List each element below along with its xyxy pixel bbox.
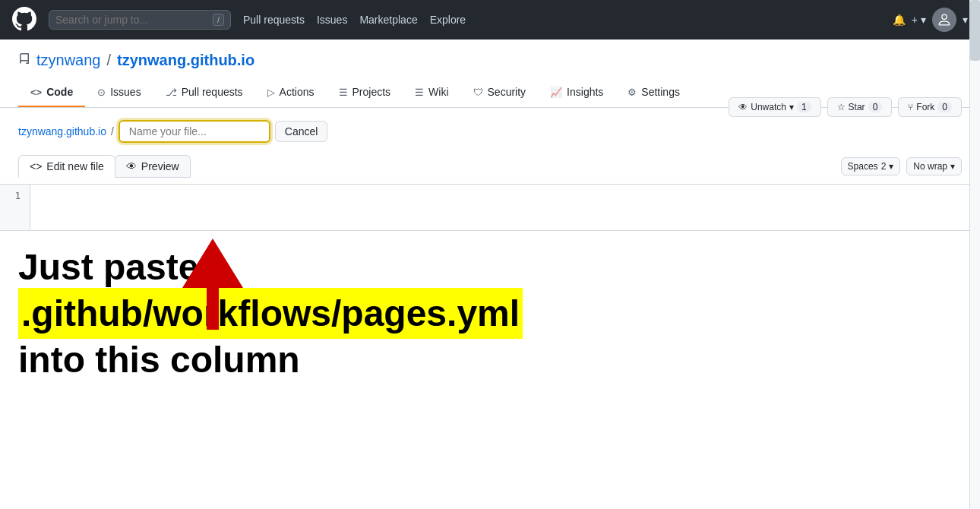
tab-pull-requests[interactable]: ⎇ Pull requests — [153, 78, 255, 107]
line-numbers: 1 — [0, 185, 30, 230]
unwatch-button[interactable]: 👁 Unwatch ▾ 1 — [729, 97, 820, 117]
repo-separator: / — [107, 52, 112, 69]
repo-header: tzynwang / tzynwang.github.io 👁 Unwatch … — [0, 40, 980, 108]
search-box[interactable]: / — [49, 10, 231, 30]
star-button[interactable]: ☆ Star 0 — [827, 97, 893, 117]
tab-code[interactable]: <> Code — [18, 78, 85, 107]
spaces-label: Spaces — [848, 161, 878, 172]
nav-explore[interactable]: Explore — [430, 14, 466, 26]
tab-wiki[interactable]: ☰ Wiki — [403, 78, 460, 107]
insights-icon: 📈 — [550, 87, 562, 98]
fork-button[interactable]: ⑂ Fork 0 — [898, 97, 962, 117]
preview-tab-icon: 👁 — [126, 160, 137, 172]
annotation-line2: into this column — [18, 339, 962, 381]
fork-count: 0 — [937, 102, 952, 112]
svg-rect-0 — [207, 284, 219, 330]
fork-icon: ⑂ — [908, 102, 913, 112]
nav-issues[interactable]: Issues — [317, 14, 347, 26]
plus-icon: + — [912, 14, 918, 26]
red-arrow — [182, 239, 243, 332]
cancel-button[interactable]: Cancel — [275, 121, 328, 142]
editor-tab-group: <> Edit new file 👁 Preview — [18, 155, 190, 178]
star-icon: ☆ — [837, 102, 846, 112]
notifications-button[interactable]: 🔔 — [893, 14, 906, 26]
bell-icon: 🔔 — [893, 14, 906, 26]
tab-actions[interactable]: ▷ Actions — [255, 78, 327, 107]
user-dropdown-icon: ▾ — [963, 14, 968, 26]
issues-icon: ⊙ — [97, 87, 106, 98]
search-kbd: / — [213, 14, 224, 26]
tab-issues[interactable]: ⊙ Issues — [85, 78, 153, 107]
star-label: Star — [849, 102, 865, 112]
settings-icon: ⚙ — [628, 87, 637, 98]
search-input[interactable] — [55, 14, 207, 26]
annotation-section: Just paste .github/workflows/pages.yml i… — [0, 231, 980, 411]
repo-owner-link[interactable]: tzynwang — [36, 52, 101, 69]
file-name-input[interactable] — [119, 120, 270, 143]
wiki-icon: ☰ — [415, 87, 424, 98]
annotation-highlight-text: .github/workflows/pages.yml — [18, 288, 523, 339]
tab-security[interactable]: 🛡 Security — [461, 78, 539, 107]
tab-insights[interactable]: 📈 Insights — [538, 78, 615, 107]
wrap-select[interactable]: No wrap ▾ — [906, 157, 962, 175]
line-number-1: 1 — [9, 191, 21, 201]
edit-tab-label: Edit new file — [46, 160, 103, 172]
dropdown-icon: ▾ — [921, 14, 926, 26]
code-icon: <> — [30, 87, 42, 98]
actions-icon: ▷ — [267, 87, 275, 98]
tab-settings[interactable]: ⚙ Settings — [615, 78, 692, 107]
unwatch-label: Unwatch — [751, 102, 786, 112]
github-logo[interactable] — [12, 7, 36, 33]
editor-toolbar: <> Edit new file 👁 Preview Spaces 2 ▾ No… — [0, 149, 980, 185]
svg-marker-1 — [182, 239, 243, 288]
unwatch-count: 1 — [797, 102, 811, 112]
projects-icon: ☰ — [339, 87, 348, 98]
repo-title: tzynwang / tzynwang.github.io — [18, 52, 962, 69]
eye-icon: 👁 — [738, 102, 748, 112]
unwatch-dropdown: ▾ — [789, 102, 794, 112]
repo-icon — [18, 52, 30, 69]
editor-area: 1 — [0, 185, 980, 231]
create-button[interactable]: + ▾ — [912, 14, 926, 26]
annotation-line1: Just paste — [18, 246, 962, 288]
scrollbar[interactable] — [969, 0, 980, 411]
top-navigation: / Pull requests Issues Marketplace Explo… — [0, 0, 980, 40]
user-avatar[interactable] — [932, 8, 956, 32]
preview-tab-label: Preview — [141, 160, 179, 172]
wrap-chevron: ▾ — [950, 161, 955, 172]
spaces-select[interactable]: Spaces 2 ▾ — [841, 157, 901, 175]
repo-actions: 👁 Unwatch ▾ 1 ☆ Star 0 ⑂ Fork 0 — [729, 97, 962, 117]
star-count: 0 — [868, 102, 883, 112]
wrap-label: No wrap — [913, 161, 947, 172]
editor-content[interactable] — [30, 185, 980, 230]
spaces-chevron: ▾ — [889, 161, 893, 172]
edit-tab[interactable]: <> Edit new file — [18, 155, 115, 178]
nav-marketplace[interactable]: Marketplace — [359, 14, 417, 26]
pr-icon: ⎇ — [166, 87, 177, 98]
security-icon: 🛡 — [473, 87, 483, 98]
repo-name-link[interactable]: tzynwang.github.io — [117, 52, 254, 69]
nav-pull-requests[interactable]: Pull requests — [243, 14, 305, 26]
nav-links: Pull requests Issues Marketplace Explore — [243, 14, 880, 26]
fork-label: Fork — [916, 102, 934, 112]
nav-right: 🔔 + ▾ ▾ — [893, 8, 968, 32]
edit-tab-icon: <> — [30, 160, 42, 172]
annotation-highlight-line: .github/workflows/pages.yml — [18, 288, 962, 339]
tab-projects[interactable]: ☰ Projects — [327, 78, 403, 107]
editor-options: Spaces 2 ▾ No wrap ▾ — [841, 157, 962, 175]
breadcrumb-separator: / — [111, 125, 114, 138]
scrollbar-thumb[interactable] — [970, 0, 980, 61]
spaces-value: 2 — [881, 161, 887, 172]
breadcrumb-repo-link[interactable]: tzynwang.github.io — [18, 125, 106, 138]
preview-tab[interactable]: 👁 Preview — [115, 155, 191, 178]
